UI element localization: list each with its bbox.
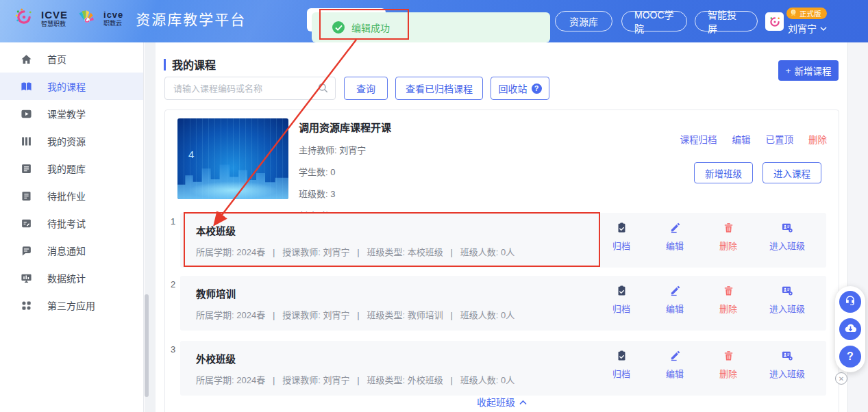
- query-button[interactable]: 查询: [344, 77, 388, 100]
- enter-class-action[interactable]: 进入班级: [766, 350, 808, 380]
- sidebar-item-label: 我的题库: [47, 162, 86, 175]
- app-title: 资源库教学平台: [136, 8, 246, 29]
- sidebar-item-my-courses[interactable]: 我的课程: [0, 73, 143, 100]
- course-pinned-link[interactable]: 已置顶: [766, 132, 794, 146]
- course-icon: [21, 81, 32, 92]
- course-archive-link[interactable]: 课程归档: [680, 132, 717, 146]
- thumbnail-glow: [188, 181, 277, 199]
- delete-label: 删除: [719, 302, 737, 315]
- row-actions: 归档 编辑 删除 进入班级: [606, 222, 808, 252]
- customer-service-button[interactable]: [839, 291, 861, 313]
- page-title-text: 我的课程: [172, 56, 216, 73]
- edit-action[interactable]: 编辑: [659, 350, 691, 380]
- delete-action[interactable]: 删除: [712, 350, 744, 380]
- class-row[interactable]: 2 教师培训 所属学期: 2024春 | 授课教师: 刘宵宁 | 班级类型: 教…: [180, 276, 826, 331]
- sidebar-item-home[interactable]: 首页: [0, 45, 143, 73]
- homework-icon: [21, 190, 32, 202]
- sidebar-item-label: 课堂教学: [47, 107, 86, 120]
- icve-fan-logo-icon: [76, 8, 95, 29]
- course-edit-link[interactable]: 编辑: [732, 132, 751, 146]
- chevron-down-icon: [820, 23, 827, 34]
- row-actions: 归档 编辑 删除 进入班级: [606, 285, 808, 315]
- enter-course-button[interactable]: 进入课程: [762, 162, 821, 183]
- nav-resource-lib-button[interactable]: 资源库: [555, 11, 612, 31]
- nav-mooc-button[interactable]: MOOC学院: [621, 11, 687, 31]
- archive-action[interactable]: 归档: [606, 222, 637, 252]
- delete-label: 删除: [719, 367, 737, 380]
- page-title: 我的课程: [164, 56, 216, 73]
- brand-area: ICVE 智慧职教 icve 职教云 资源库教学平台: [15, 8, 246, 29]
- help-button[interactable]: ?: [839, 346, 861, 368]
- home-icon: [21, 53, 32, 65]
- course-link-actions: 课程归档 编辑 已置顶 删除: [680, 132, 828, 146]
- delete-icon: [723, 222, 734, 235]
- search-icon[interactable]: [317, 82, 330, 94]
- archive-icon: [616, 222, 628, 235]
- medal-icon: [789, 9, 797, 18]
- sidebar-item-label: 待批作业: [47, 189, 86, 203]
- delete-action[interactable]: 删除: [712, 222, 744, 252]
- class-meta: 所属学期: 2024春 | 授课教师: 刘宵宁 | 班级类型: 外校班级 | 班…: [196, 373, 514, 386]
- download-icon: [844, 322, 857, 337]
- delete-icon: [723, 350, 734, 363]
- delete-action[interactable]: 删除: [712, 285, 744, 315]
- version-badge: 正式版: [786, 8, 827, 19]
- version-badge-label: 正式版: [799, 8, 821, 18]
- collapse-label: 收起班级: [477, 395, 515, 409]
- sidebar-item-classroom[interactable]: 课堂教学: [0, 100, 143, 127]
- course-delete-link[interactable]: 删除: [808, 132, 827, 146]
- exam-icon: [21, 218, 32, 229]
- add-class-button[interactable]: 新增班级: [694, 162, 753, 183]
- collapse-classes-link[interactable]: 收起班级: [165, 395, 839, 409]
- scrollbar-thumb[interactable]: [145, 294, 149, 397]
- sidebar-item-exams[interactable]: 待批考试: [0, 209, 143, 237]
- class-name: 教师培训: [196, 286, 236, 300]
- enter-class-action[interactable]: 进入班级: [766, 222, 808, 252]
- page: ICVE 智慧职教 icve 职教云 资源库教学平台 资源库 MOOC学院 智能…: [0, 0, 868, 412]
- question-bank-icon: [21, 163, 32, 175]
- headset-icon: [844, 294, 856, 309]
- edit-action[interactable]: 编辑: [659, 222, 691, 252]
- class-name: 外校班级: [196, 351, 236, 365]
- sidebar-item-homework[interactable]: 待批作业: [0, 182, 143, 209]
- main-content: 我的课程 查询 查看已归档课程 回收站 ? + 新增课程 4 调用资源库课程开课: [156, 42, 847, 412]
- brand1-name: ICVE: [41, 10, 68, 20]
- class-name: 本校班级: [196, 223, 236, 237]
- class-row[interactable]: 3 外校班级 所属学期: 2024春 | 授课教师: 刘宵宁 | 班级类型: 外…: [180, 341, 826, 396]
- add-course-button[interactable]: + 新增课程: [778, 60, 839, 81]
- recycle-bin-button[interactable]: 回收站 ?: [491, 77, 549, 100]
- thumbnail-number: 4: [188, 149, 194, 160]
- sidebar-item-label: 首页: [47, 52, 66, 66]
- course-search-input[interactable]: [164, 77, 336, 100]
- archive-icon: [616, 285, 628, 298]
- user-menu[interactable]: 刘宵宁: [788, 21, 827, 35]
- course-thumbnail[interactable]: 4: [177, 118, 288, 199]
- edit-label: 编辑: [666, 302, 684, 315]
- course-teacher: 主持教师: 刘宵宁: [299, 143, 422, 156]
- sidebar-item-my-resources[interactable]: 我的资源: [0, 127, 143, 155]
- class-row[interactable]: 1 本校班级 所属学期: 2024春 | 授课教师: 刘宵宁 | 班级类型: 本…: [180, 213, 826, 268]
- sidebar-item-messages[interactable]: 消息通知: [0, 237, 143, 264]
- view-archived-button[interactable]: 查看已归档课程: [395, 77, 483, 100]
- download-button[interactable]: [839, 318, 861, 340]
- close-icon[interactable]: ✕: [835, 372, 847, 385]
- nav-screencast-button[interactable]: 智能投屏: [695, 11, 758, 31]
- avatar[interactable]: [765, 12, 784, 31]
- edit-action[interactable]: 编辑: [659, 285, 691, 315]
- sidebar: 首页 我的课程 课堂教学 我的资源 我的题库 待批作业 待批考试 消息通知: [0, 42, 144, 412]
- delete-icon: [723, 285, 734, 298]
- edit-icon: [669, 285, 681, 298]
- sidebar-item-third-party[interactable]: 第三方应用: [0, 292, 143, 319]
- enter-class-icon: [781, 350, 793, 363]
- archive-action[interactable]: 归档: [606, 285, 637, 315]
- archive-action[interactable]: 归档: [606, 350, 637, 380]
- enter-class-label: 进入班级: [769, 367, 805, 380]
- brand2-text: icve 职教云: [103, 10, 123, 27]
- sidebar-item-question-bank[interactable]: 我的题库: [0, 155, 143, 182]
- sidebar-item-statistics[interactable]: 数据统计: [0, 264, 143, 292]
- add-course-label: 新增课程: [794, 64, 831, 77]
- edit-icon: [669, 222, 681, 235]
- course-info: 调用资源库课程开课 主持教师: 刘宵宁 学生数: 0 班级数: 3 创建时间: …: [299, 120, 422, 222]
- enter-class-action[interactable]: 进入班级: [766, 285, 808, 315]
- row-index: 2: [171, 279, 175, 289]
